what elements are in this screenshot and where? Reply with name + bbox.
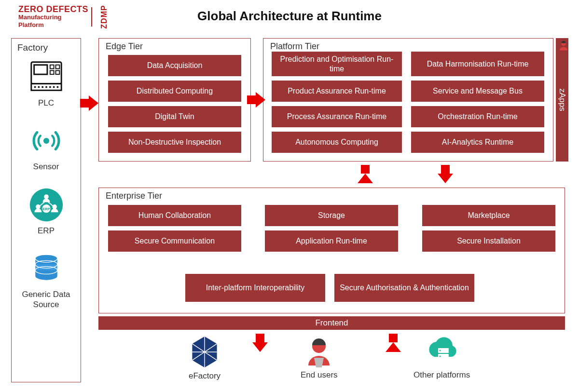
svg-point-17 <box>36 204 41 209</box>
block-secure-installation: Secure Installation <box>422 230 555 252</box>
arrow-edge-to-platform <box>247 92 265 108</box>
svg-point-36 <box>439 350 441 351</box>
factory-item-generic: Generic Data Source <box>14 249 78 310</box>
zapps-strip: zApps <box>556 38 568 162</box>
bottom-item-other-platforms: Other platforms <box>414 335 470 380</box>
bottom-item-efactory: eFactory <box>188 335 221 381</box>
bottom-label-efactory: eFactory <box>189 371 221 381</box>
block-marketplace: Marketplace <box>422 205 555 226</box>
logo-main: ZERO DEFECTS <box>18 5 88 14</box>
svg-rect-5 <box>55 70 59 74</box>
frontend-bar: Frontend <box>98 316 565 330</box>
block-product-assurance: Product Assurance Run-time <box>272 81 402 102</box>
block-orchestration: Orchestration Run-time <box>411 106 544 127</box>
factory-label-generic: Generic Data Source <box>14 290 78 310</box>
logo-short: ZDMP <box>100 5 109 28</box>
frontend-label: Frontend <box>315 318 348 328</box>
svg-point-16 <box>44 194 49 199</box>
block-data-harmonisation: Data Harmonisation Run-time <box>411 52 544 76</box>
efactory-icon <box>188 335 221 369</box>
erp-icon: ERP <box>27 186 66 224</box>
svg-rect-3 <box>55 65 59 69</box>
enterprise-tier-title: Enterprise Tier <box>104 191 560 201</box>
factory-item-erp: ERP ERP <box>14 186 78 236</box>
logo-sub-1: Manufacturing <box>18 14 62 21</box>
bottom-label-end-users: End users <box>301 370 338 380</box>
svg-point-8 <box>38 86 40 88</box>
arrow-to-frontend <box>386 334 401 352</box>
svg-point-13 <box>56 86 58 88</box>
block-interplatform-interop: Inter-platform Interoperability <box>185 274 325 302</box>
svg-point-7 <box>34 86 36 88</box>
end-user-icon <box>304 338 333 368</box>
bottom-item-end-users: End users <box>301 338 338 380</box>
svg-point-14 <box>43 138 49 144</box>
svg-text:ERP: ERP <box>42 207 50 211</box>
block-human-collaboration: Human Collaboration <box>108 205 241 226</box>
bottom-label-other-platforms: Other platforms <box>414 370 470 380</box>
sensor-icon <box>27 122 66 160</box>
block-prediction-optimisation: Prediction and Optimisation Run-time <box>272 52 402 76</box>
svg-point-10 <box>45 86 47 88</box>
factory-label-erp: ERP <box>38 226 55 236</box>
logo-text: ZERO DEFECTS Manufacturing Platform <box>18 5 88 28</box>
factory-title: Factory <box>14 42 78 53</box>
arrow-frontend-down <box>252 334 268 352</box>
edge-tier-title: Edge Tier <box>104 41 246 52</box>
factory-panel: Factory PLC <box>11 38 81 382</box>
arrow-enterprise-to-platform <box>358 165 373 183</box>
block-ai-analytics: AI-Analytics Runtime <box>411 132 544 153</box>
svg-point-18 <box>52 204 57 209</box>
zapps-label: zApps <box>557 88 567 111</box>
svg-point-37 <box>439 356 441 357</box>
block-data-acquisition: Data Acquisition <box>108 55 241 76</box>
block-autonomous-computing: Autonomous Computing <box>272 132 402 153</box>
factory-item-sensor: Sensor <box>14 122 78 172</box>
cloud-server-icon <box>425 335 459 368</box>
logo-divider <box>91 7 92 27</box>
factory-label-sensor: Sensor <box>33 162 59 172</box>
block-secure-communication: Secure Communication <box>108 230 241 252</box>
block-application-runtime: Application Run-time <box>265 230 398 252</box>
block-process-assurance: Process Assurance Run-time <box>272 106 402 127</box>
database-icon <box>27 249 66 288</box>
factory-item-plc: PLC <box>14 58 78 108</box>
svg-point-9 <box>41 86 43 88</box>
block-service-message-bus: Service and Message Bus <box>411 81 544 102</box>
svg-rect-4 <box>50 70 54 74</box>
logo-header: ZERO DEFECTS Manufacturing Platform ZDMP <box>18 5 113 28</box>
platform-tier-title: Platform Tier <box>268 41 548 52</box>
factory-label-plc: PLC <box>38 98 54 108</box>
svg-rect-1 <box>34 65 47 75</box>
block-ndi: Non-Destructive Inspection <box>108 132 241 153</box>
arrow-factory-to-edge <box>80 95 98 111</box>
block-digital-twin: Digital Twin <box>108 106 241 127</box>
plc-icon <box>27 58 66 96</box>
svg-point-12 <box>53 86 55 88</box>
logo-sub-2: Platform <box>18 21 44 29</box>
svg-rect-2 <box>50 65 54 69</box>
page-title: Global Architecture at Runtime <box>197 9 382 24</box>
user-icon <box>558 40 569 54</box>
svg-point-11 <box>49 86 51 88</box>
block-storage: Storage <box>265 205 398 226</box>
arrow-platform-to-enterprise <box>438 165 453 183</box>
block-secure-authz-authn: Secure Authorisation & Authentication <box>334 274 474 302</box>
block-distributed-computing: Distributed Computing <box>108 81 241 102</box>
